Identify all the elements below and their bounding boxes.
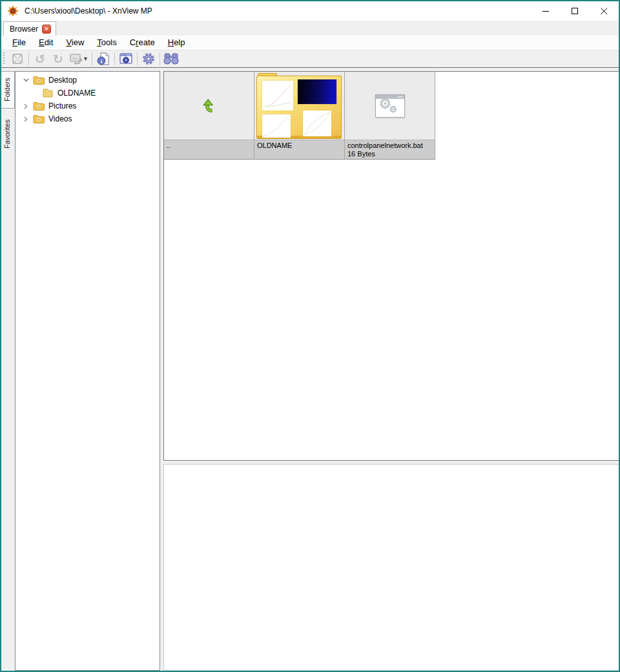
rotate-right-icon: ↻ [53,53,63,65]
tab-browser-label: Browser [10,25,38,34]
toolbar-separator [160,52,160,65]
tab-close-icon[interactable]: ✕ [42,25,51,34]
thumbnail-row: .. [164,72,619,160]
tree-item-label: Videos [48,114,72,123]
menu-help[interactable]: Help [161,36,192,49]
menu-file[interactable]: File [6,36,32,49]
sidebar-tab-folders[interactable]: Folders [1,71,15,109]
menu-bar: File Edit View Tools Create Help [1,36,619,50]
special-folder-icon [33,76,45,85]
tree-item-oldname[interactable]: OLDNAME [16,87,160,100]
tree-item-pictures[interactable]: Pictures [16,100,160,112]
maximize-icon [572,8,579,15]
titlebar: C:\Users\xiool\Desktop\ - XnView MP [1,1,619,21]
toolbar-drag-handle[interactable] [3,52,5,65]
maximize-button[interactable] [561,1,590,21]
settings-gear-icon [141,52,156,66]
close-button[interactable] [590,1,619,21]
capture-icon [119,52,133,66]
capture-button[interactable] [117,50,135,67]
plain-folder-icon [42,89,54,98]
preview-pane [163,464,619,671]
browser-item-label: OLDNAME [254,140,344,159]
chevron-down-icon[interactable] [21,78,31,82]
browser-item-label: .. [164,140,254,159]
tree-item-label: Desktop [48,76,77,85]
chevron-right-icon[interactable] [21,103,31,109]
convert-export-icon [69,52,83,65]
tree-item-label: OLDNAME [57,89,96,98]
window-title: C:\Users\xiool\Desktop\ - XnView MP [25,6,152,16]
fullscreen-button[interactable] [8,50,26,67]
thumbnail-browser-pane: .. [163,71,619,461]
file-info-icon: i [96,52,110,66]
menu-edit[interactable]: Edit [32,36,59,49]
menu-view[interactable]: View [59,36,90,49]
toolbar-separator [114,52,115,65]
settings-button[interactable] [140,50,158,67]
minimize-button[interactable] [532,1,561,21]
toolbar-separator [28,52,29,65]
sidebar-tabstrip: Folders Favorites [1,71,15,671]
tree-item-videos[interactable]: Videos [16,112,160,125]
toolbar-separator [137,52,138,65]
tab-browser[interactable]: Browser ✕ [3,21,56,36]
search-button[interactable] [162,50,180,67]
tree-item-desktop[interactable]: Desktop [16,74,160,87]
rotate-left-icon: ↺ [35,53,45,65]
browser-item-bat[interactable]: ⚙ ⚙ controlpanelnetwork.bat 16 Bytes [345,72,435,160]
xnview-window: C:\Users\xiool\Desktop\ - XnView MP Brow… [0,0,620,672]
tree-item-label: Pictures [48,101,76,110]
toolbar: ↺ ↻ ▼ i [1,50,619,68]
menu-create[interactable]: Create [123,36,161,49]
go-up-arrow-icon [202,99,216,113]
fullscreen-icon [10,52,25,66]
minimize-icon [542,8,550,15]
mini-thumbnail [303,110,331,136]
folder-thumbnail-art [256,73,342,139]
folder-tree-panel: Desktop OLDNAME Pictures [15,71,160,671]
mini-thumbnail-blue [298,79,336,104]
binoculars-search-icon [163,52,179,65]
main-content: Folders Favorites Desktop [1,68,619,671]
browser-item-parent[interactable]: .. [164,72,254,160]
browser-item-label: controlpanelnetwork.bat 16 Bytes [345,140,435,159]
mini-thumbnail [262,114,291,138]
oldname-thumb [254,72,344,140]
chevron-right-icon[interactable] [21,116,31,122]
toolbar-separator [92,52,92,65]
file-info-button[interactable]: i [94,50,112,67]
convert-dropdown-arrow[interactable]: ▼ [83,56,88,62]
right-column: .. [163,71,619,671]
browser-item-filename: controlpanelnetwork.bat [347,142,432,150]
window-controls [532,1,619,21]
special-folder-icon [33,114,45,123]
xnview-logo-icon [7,5,19,17]
bat-thumb: ⚙ ⚙ [345,72,435,140]
bat-file-icon: ⚙ ⚙ [375,94,405,118]
rotate-right-button[interactable]: ↻ [49,50,67,67]
mini-thumbnail [262,81,293,110]
menu-tools[interactable]: Tools [90,36,123,49]
browser-item-oldname[interactable]: OLDNAME [254,72,345,160]
rotate-left-button[interactable]: ↺ [31,50,49,67]
parent-thumb [164,72,254,140]
special-folder-icon [33,101,45,110]
tab-bar: Browser ✕ [1,21,619,36]
close-icon [601,8,608,15]
sidebar-tab-favorites[interactable]: Favorites [1,112,15,155]
gear-icon: ⚙ [389,105,398,114]
browser-item-filesize: 16 Bytes [347,150,432,158]
